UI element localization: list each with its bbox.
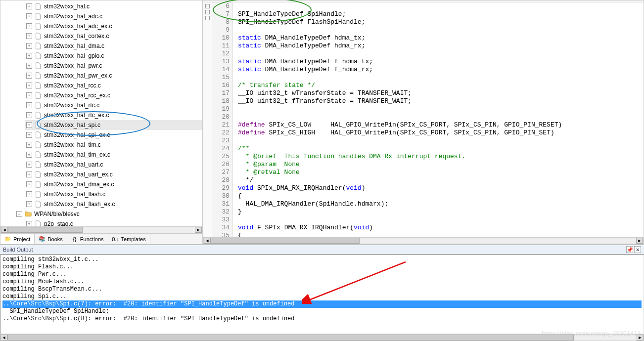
expand-icon[interactable]: + <box>26 191 32 197</box>
expand-icon[interactable]: + <box>26 112 32 118</box>
output-line[interactable]: compiling McuFlash.c... <box>2 278 642 286</box>
expand-icon[interactable]: + <box>26 53 32 59</box>
code-line[interactable]: SPI_HandleTypeDef FlashSpiHandle; <box>238 18 644 26</box>
tree-file[interactable]: +stm32wbxx_hal_uart.c <box>25 160 202 170</box>
project-tree[interactable]: +stm32wbxx_hal.c+stm32wbxx_hal_adc.c+stm… <box>0 0 202 226</box>
expand-icon[interactable]: + <box>26 132 32 138</box>
code-line[interactable]: static DMA_HandleTypeDef f_hdma_rx; <box>238 66 644 74</box>
code-line[interactable]: void F_SPIx_DMA_RX_IRQHandler(void) <box>238 224 644 232</box>
tree-file[interactable]: +stm32wbxx_hal_spi_ex.c <box>25 130 202 140</box>
fold-gutter[interactable]: −−− <box>203 2 212 237</box>
expand-icon[interactable]: + <box>26 92 32 98</box>
tree-file[interactable]: +stm32wbxx_hal_adc_ex.c <box>25 21 202 31</box>
close-icon[interactable]: ✕ <box>634 246 641 253</box>
code-line[interactable]: { <box>238 232 644 237</box>
tab-books[interactable]: 📚 Books <box>35 234 67 244</box>
code-line[interactable] <box>238 26 644 34</box>
code-line[interactable] <box>238 216 644 224</box>
tree-file[interactable]: +stm32wbxx_hal_flash_ex.c <box>25 199 202 209</box>
expand-icon[interactable]: + <box>26 201 32 207</box>
tree-file[interactable]: +stm32wbxx_hal_adc.c <box>25 11 202 21</box>
code-line[interactable]: HAL_DMA_IRQHandler(SpiHandle.hdmarx); <box>238 200 644 208</box>
scroll-thumb[interactable] <box>7 335 574 341</box>
code-line[interactable] <box>238 2 644 10</box>
tree-file[interactable]: +stm32wbxx_hal.c <box>25 1 202 11</box>
tree-file[interactable]: +stm32wbxx_hal_rtc_ex.c <box>25 110 202 120</box>
tree-file[interactable]: +stm32wbxx_hal_gpio.c <box>25 51 202 61</box>
build-output-header[interactable]: Build Output 📌 ✕ <box>0 245 644 255</box>
code-lines[interactable]: SPI_HandleTypeDef SpiHandle;SPI_HandleTy… <box>233 2 644 237</box>
output-line[interactable]: compiling BscpTransMean.c... <box>2 286 642 293</box>
code-line[interactable]: } <box>238 208 644 216</box>
expand-icon[interactable]: + <box>26 102 32 108</box>
code-line[interactable]: * @param None <box>238 161 644 169</box>
code-line[interactable]: static DMA_HandleTypeDef hdma_rx; <box>238 42 644 50</box>
code-line[interactable]: * @brief This function handles DMA Rx in… <box>238 153 644 161</box>
expand-icon[interactable]: + <box>26 63 32 69</box>
tree-file[interactable]: +stm32wbxx_hal_rcc_ex.c <box>25 90 202 100</box>
code-line[interactable]: SPI_HandleTypeDef SpiHandle; <box>238 10 644 18</box>
scroll-left-icon[interactable]: ◄ <box>1 227 8 233</box>
scroll-left-icon[interactable]: ◄ <box>204 238 211 244</box>
tab-project[interactable]: 📁 Project <box>0 234 35 244</box>
code-line[interactable]: #define SPIx_CS_LOW HAL_GPIO_WritePin(SP… <box>238 121 644 129</box>
tree-file[interactable]: +stm32wbxx_hal_flash.c <box>25 189 202 199</box>
expand-icon[interactable]: + <box>26 152 32 158</box>
tree-file[interactable]: +stm32wbxx_hal_dma.c <box>25 41 202 51</box>
expand-icon[interactable]: + <box>26 3 32 9</box>
tree-file[interactable]: +stm32wbxx_hal_rcc.c <box>25 81 202 90</box>
code-area[interactable]: −−− 678910111213141516171819202122232425… <box>203 2 644 237</box>
scroll-track[interactable] <box>8 227 195 233</box>
code-line[interactable]: * @retval None <box>238 169 644 176</box>
tree-folder[interactable]: −WPAN/ble/blesvc <box>15 209 202 219</box>
tree-file[interactable]: +p2p_stag.c <box>25 219 202 226</box>
expand-icon[interactable]: + <box>26 33 32 39</box>
tab-templates[interactable]: 0.↓ Templates <box>108 234 150 244</box>
tree-file[interactable]: +stm32wbxx_hal_dma_ex.c <box>25 179 202 189</box>
scroll-thumb[interactable] <box>211 238 360 244</box>
expand-icon[interactable]: + <box>26 171 32 177</box>
output-line[interactable]: ..\Core\Src\Bsp\Spi.c(7): error: #20: id… <box>2 300 642 308</box>
expand-icon[interactable]: + <box>26 122 32 128</box>
expand-icon[interactable]: + <box>26 73 32 79</box>
code-line[interactable] <box>238 137 644 145</box>
expand-icon[interactable]: + <box>26 181 32 187</box>
expand-icon[interactable]: + <box>26 221 32 226</box>
tab-functions[interactable]: {} Functions <box>67 234 108 244</box>
scroll-thumb[interactable] <box>8 227 83 233</box>
expand-icon[interactable]: + <box>26 13 32 19</box>
scroll-left-icon[interactable]: ◄ <box>0 335 7 341</box>
expand-icon[interactable]: + <box>26 83 32 88</box>
expand-icon[interactable]: + <box>26 162 32 168</box>
collapse-icon[interactable]: − <box>16 211 22 217</box>
tree-file[interactable]: +stm32wbxx_hal_tim_ex.c <box>25 150 202 160</box>
tree-file[interactable]: +stm32wbxx_hal_spi.c <box>25 120 202 130</box>
code-line[interactable]: /** <box>238 145 644 153</box>
code-line[interactable] <box>238 74 644 82</box>
code-line[interactable]: __IO uint32_t wTransferState = TRANSFER_… <box>238 89 644 97</box>
tree-file[interactable]: +stm32wbxx_hal_rtc.c <box>25 100 202 110</box>
output-line[interactable]: compiling Spi.c... <box>2 293 642 300</box>
code-line[interactable]: static DMA_HandleTypeDef f_hdma_tx; <box>238 58 644 66</box>
code-line[interactable] <box>238 50 644 58</box>
output-line[interactable]: compiling Flash.c... <box>2 263 642 271</box>
code-line[interactable]: #define SPIx_CS_HIGH HAL_GPIO_WritePin(S… <box>238 129 644 137</box>
code-line[interactable]: static DMA_HandleTypeDef hdma_tx; <box>238 34 644 42</box>
scroll-right-icon[interactable]: ► <box>636 238 643 244</box>
scroll-right-icon[interactable]: ► <box>195 227 202 233</box>
tree-file[interactable]: +stm32wbxx_hal_uart_ex.c <box>25 170 202 179</box>
code-line[interactable] <box>238 113 644 121</box>
tree-hscroll[interactable]: ◄ ► <box>0 226 202 233</box>
output-line[interactable]: compiling Pwr.c... <box>2 271 642 278</box>
code-line[interactable]: void SPIx_DMA_RX_IRQHandler(void) <box>238 184 644 192</box>
editor-hscroll[interactable]: ◄ ► <box>203 237 644 244</box>
code-line[interactable]: __IO uint32_t fTransferState = TRANSFER_… <box>238 97 644 105</box>
code-line[interactable]: { <box>238 192 644 200</box>
tree-file[interactable]: +stm32wbxx_hal_tim.c <box>25 140 202 150</box>
code-line[interactable]: */ <box>238 176 644 184</box>
tree-file[interactable]: +stm32wbxx_hal_pwr.c <box>25 61 202 71</box>
code-line[interactable] <box>238 105 644 113</box>
output-line[interactable]: ..\Core\Src\Bsp\Spi.c(8): error: #20: id… <box>2 315 642 323</box>
output-line[interactable]: compiling stm32wbxx_it.c... <box>2 256 642 263</box>
build-output-text[interactable]: compiling stm32wbxx_it.c...compiling Fla… <box>0 255 644 334</box>
